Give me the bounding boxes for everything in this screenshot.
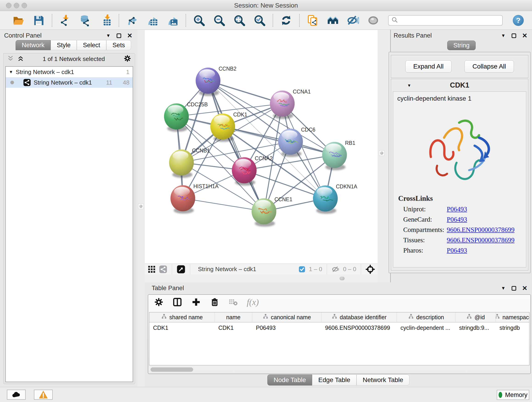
tab-style[interactable]: Style xyxy=(51,40,77,50)
open-session-icon[interactable] xyxy=(12,14,25,27)
export-table-icon[interactable] xyxy=(146,14,159,27)
crosslink-link[interactable]: 9606.ENSP00000378699 xyxy=(447,236,515,244)
toolbar-separator xyxy=(273,14,273,27)
control-panel-splitter-handle[interactable] xyxy=(138,204,144,209)
export-network-icon[interactable] xyxy=(126,14,139,27)
tab-network-table[interactable]: Network Table xyxy=(356,375,409,385)
control-panel-splitter[interactable] xyxy=(138,30,145,387)
delete-column-trash-icon[interactable] xyxy=(210,298,219,307)
table-panel-splitter-handle[interactable] xyxy=(340,277,345,280)
show-column-icon[interactable] xyxy=(172,297,182,307)
column-header-namespace[interactable]: namespace xyxy=(496,313,530,322)
tab-select[interactable]: Select xyxy=(77,40,106,50)
network-node-CCNB1[interactable]: CCNB1 xyxy=(169,148,210,178)
cloud-button[interactable] xyxy=(7,390,26,400)
network-row[interactable]: String Network – cdk1 11 48 xyxy=(6,77,133,88)
hide-selected-icon[interactable] xyxy=(346,14,360,27)
zoom-fit-content-icon[interactable] xyxy=(233,14,246,27)
column-header-label: canonical name xyxy=(271,314,311,321)
import-network-from-file-icon[interactable] xyxy=(59,14,72,27)
table-cell[interactable]: stringdb xyxy=(496,322,530,333)
show-all-icon[interactable] xyxy=(367,14,380,27)
results-panel-close-icon[interactable]: ✕ xyxy=(522,33,527,38)
collapse-all-button[interactable]: Collapse All xyxy=(464,60,514,73)
import-table-from-file-icon[interactable] xyxy=(99,14,112,27)
collapse-all-networks-icon[interactable] xyxy=(7,55,14,63)
network-options-gear-icon[interactable] xyxy=(123,55,131,63)
help-button[interactable]: ? xyxy=(513,15,524,26)
network-node-CDKN1A[interactable]: CDKN1A xyxy=(313,184,357,214)
node-table[interactable]: shared namenamecanonical namedatabase id… xyxy=(149,312,530,365)
copy-string-network-icon[interactable] xyxy=(306,14,319,27)
delete-table-icon[interactable] xyxy=(228,298,238,307)
save-session-icon[interactable] xyxy=(32,14,45,27)
crosslink-link[interactable]: P06493 xyxy=(447,247,467,254)
refresh-view-icon[interactable] xyxy=(279,14,293,27)
collection-expand-caret[interactable]: ▼ xyxy=(9,70,13,75)
results-panel-collapse-icon[interactable]: ▼ xyxy=(501,33,506,38)
expand-all-networks-icon[interactable] xyxy=(17,55,24,63)
grid-view-icon[interactable] xyxy=(147,265,156,274)
table-cell[interactable]: CDK1 xyxy=(215,322,252,333)
memory-button[interactable]: Memory xyxy=(497,390,529,400)
search-input[interactable] xyxy=(398,17,500,24)
network-node-CCNA2[interactable]: CCNA2 xyxy=(232,155,273,186)
zoom-selected-icon[interactable] xyxy=(253,14,266,27)
network-node-CDK1[interactable]: CDK1 xyxy=(210,112,247,142)
network-node-RB1[interactable]: RB1 xyxy=(322,140,355,170)
column-header-canonical-name[interactable]: canonical name xyxy=(252,313,322,322)
table-horizontal-scrollbar[interactable] xyxy=(151,367,193,372)
export-image-icon[interactable] xyxy=(166,14,179,27)
column-header-description[interactable]: description xyxy=(397,313,456,322)
column-header-database-identifier[interactable]: database identifier xyxy=(322,313,397,322)
tab-sets[interactable]: Sets xyxy=(106,40,131,50)
gene-collapse-caret[interactable]: ▼ xyxy=(407,83,411,88)
table-cell[interactable]: stringdb:9... xyxy=(456,322,496,333)
control-panel-collapse-icon[interactable]: ▼ xyxy=(106,33,111,38)
table-row[interactable]: CDK1CDK1P064939606.ENSP00000378699cyclin… xyxy=(149,322,529,333)
birdseye-view-icon[interactable] xyxy=(177,265,185,274)
tab-network[interactable]: Network xyxy=(16,40,51,50)
column-header-@id[interactable]: @id xyxy=(456,313,496,322)
network-node-CDC6[interactable]: CDC6 xyxy=(278,127,316,157)
results-panel-float-icon[interactable] xyxy=(512,33,516,38)
table-panel-close-icon[interactable]: ✕ xyxy=(522,286,527,291)
results-panel-splitter-handle[interactable] xyxy=(379,150,385,156)
string-view-icon[interactable] xyxy=(159,265,167,274)
network-collection-row[interactable]: ▼ String Network – cdk1 1 xyxy=(6,67,133,77)
network-node-HIST1H1A[interactable]: HIST1H1A xyxy=(171,183,219,214)
tab-node-table[interactable]: Node Table xyxy=(267,375,312,385)
table-cell[interactable]: P06493 xyxy=(252,322,322,333)
warnings-button[interactable] xyxy=(34,390,53,400)
table-cell[interactable]: CDK1 xyxy=(149,322,215,333)
column-header-shared-name[interactable]: shared name xyxy=(149,313,215,322)
crosslink-link[interactable]: P06493 xyxy=(447,205,467,213)
selected-checkbox-icon[interactable] xyxy=(298,266,306,273)
fit-selected-crosshair-icon[interactable] xyxy=(366,265,375,274)
control-panel-float-icon[interactable] xyxy=(117,33,121,38)
zoom-out-icon[interactable] xyxy=(213,14,226,27)
table-panel-float-icon[interactable] xyxy=(512,286,516,291)
table-panel-collapse-icon[interactable]: ▼ xyxy=(501,286,506,291)
network-edge[interactable] xyxy=(208,81,264,211)
import-network-from-database-icon[interactable] xyxy=(79,14,92,27)
string-home-icon[interactable] xyxy=(326,14,340,27)
tab-string[interactable]: String xyxy=(447,41,476,50)
column-header-name[interactable]: name xyxy=(215,313,252,322)
zoom-in-icon[interactable] xyxy=(192,14,206,27)
mapped-column-icon xyxy=(161,313,167,321)
network-canvas[interactable]: CCNB2CCNA1CDC25BCDK1CDC6RB1CCNB1CCNA2CDK… xyxy=(145,30,378,264)
table-settings-gear-icon[interactable] xyxy=(154,298,163,307)
network-node-CCNE1[interactable]: CCNE1 xyxy=(252,196,292,227)
table-cell[interactable]: cyclin-dependent ... xyxy=(397,322,456,333)
tab-edge-table[interactable]: Edge Table xyxy=(312,375,356,385)
expand-all-button[interactable]: Expand All xyxy=(405,60,452,73)
crosslink-link[interactable]: 9606.ENSP00000378699 xyxy=(447,226,515,234)
crosslink-link[interactable]: P06493 xyxy=(447,216,467,223)
table-panel-splitter[interactable] xyxy=(145,274,378,282)
create-column-plus-icon[interactable] xyxy=(191,297,201,307)
network-node-CCNB2[interactable]: CCNB2 xyxy=(196,66,236,96)
table-cell[interactable]: 9606.ENSP00000378699 xyxy=(322,322,397,333)
control-panel-close-icon[interactable]: ✕ xyxy=(127,33,133,38)
network-node-CCNA1[interactable]: CCNA1 xyxy=(270,89,311,119)
